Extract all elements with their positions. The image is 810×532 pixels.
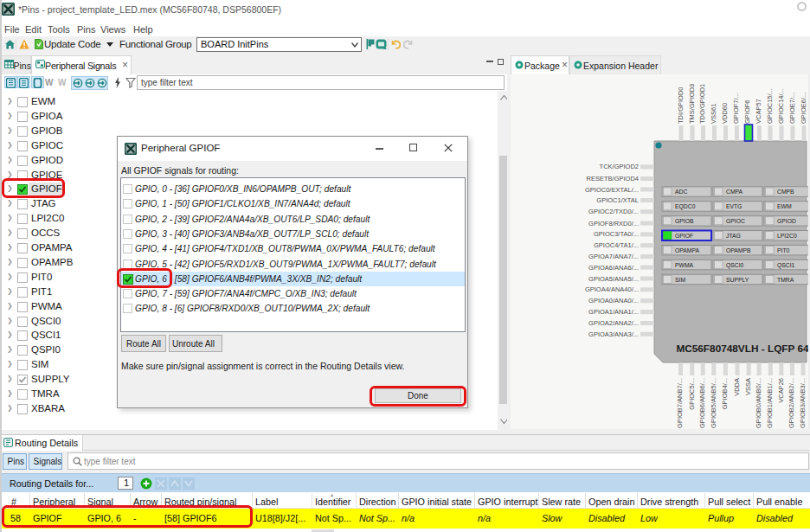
svg-text:GPIOA1/ANA1/...: GPIOA1/ANA1/... <box>588 308 639 316</box>
svg-text:GPIOF6: GPIOF6 <box>743 99 751 124</box>
svg-text:GPIOB: GPIOB <box>675 218 694 224</box>
svg-text:GPIOF: GPIOF <box>675 233 693 239</box>
svg-text:GPIOA2/ANA2/...: GPIOA2/ANA2/... <box>588 319 639 327</box>
svg-text:VCAP26: VCAP26 <box>777 378 785 403</box>
svg-text:GPIOC4/TA1/...: GPIOC4/TA1/... <box>594 241 639 249</box>
svg-text:JTAG: JTAG <box>726 233 741 239</box>
svg-text:PIT0: PIT0 <box>777 247 790 253</box>
svg-text:VDDA: VDDA <box>733 378 741 396</box>
svg-text:VCAP57: VCAP57 <box>755 99 762 124</box>
svg-text:GPIOC3/TA0/...: GPIOC3/TA0/... <box>594 230 639 238</box>
svg-text:EWM: EWM <box>777 203 792 209</box>
svg-text:OPAMPB: OPAMPB <box>726 247 751 253</box>
svg-text:GPIOC2/TXD0/...: GPIOC2/TXD0/... <box>588 208 639 215</box>
svg-text:MC56F80748VLH - LQFP 64: MC56F80748VLH - LQFP 64 <box>676 343 809 355</box>
svg-text:GPIOC15/...: GPIOC15/... <box>766 88 774 124</box>
svg-text:GPIOA0/ANA0/...: GPIOA0/ANA0/... <box>588 297 639 304</box>
svg-text:QSCI0: QSCI0 <box>726 262 744 269</box>
svg-text:GPIOB1/ANB1/...: GPIOB1/ANB1/... <box>766 378 774 428</box>
svg-text:GPIOE7/...: GPIOE7/... <box>788 93 796 124</box>
svg-text:LPI2C0: LPI2C0 <box>777 233 797 239</box>
svg-text:GPIOC14/...: GPIOC14/... <box>777 88 785 124</box>
svg-text:SUPPLY: SUPPLY <box>726 277 749 283</box>
svg-text:GPIOC1/XTAL: GPIOC1/XTAL <box>596 196 639 204</box>
svg-text:EVTG: EVTG <box>726 203 742 209</box>
svg-text:TDI/GPIOD0: TDI/GPIOD0 <box>677 87 685 124</box>
svg-text:VDD60: VDD60 <box>721 103 729 124</box>
svg-text:GPIOA6/ANA6/...: GPIOA6/ANA6/... <box>588 264 639 272</box>
svg-text:GPIOA5/ANA5/...: GPIOA5/ANA5/... <box>588 275 639 283</box>
svg-text:GPIOC5/...: GPIOC5/... <box>688 378 696 410</box>
svg-text:TDO/GPIOD1: TDO/GPIOD1 <box>698 84 706 124</box>
svg-text:RESETB/GPIOD4: RESETB/GPIOD4 <box>587 175 639 183</box>
svg-text:VSS61: VSS61 <box>710 104 717 124</box>
svg-text:CMPA: CMPA <box>726 189 743 195</box>
svg-text:GPIOA4/ANA40/...: GPIOA4/ANA40/... <box>585 285 639 293</box>
svg-text:SIM: SIM <box>675 277 685 283</box>
svg-text:ADC: ADC <box>675 189 687 195</box>
svg-text:GPIOB3/ANB3/...: GPIOB3/ANB3/... <box>799 378 807 428</box>
svg-text:TMRA: TMRA <box>777 277 794 283</box>
svg-text:GPIOB6/ANB6/...: GPIOB6/ANB6/... <box>698 378 706 428</box>
svg-text:GPIOB5/ANB5/...: GPIOB5/ANB5/... <box>710 378 717 428</box>
svg-text:GPIOC0/EXTAL/...: GPIOC0/EXTAL/... <box>585 186 639 194</box>
svg-text:GPIOB7/ANB7/...: GPIOB7/ANB7/... <box>676 378 684 428</box>
svg-text:GPIOA3/ANA3/...: GPIOA3/ANA3/... <box>588 330 639 338</box>
svg-text:GPIOB2/ANB2/...: GPIOB2/ANB2/... <box>788 378 795 428</box>
svg-text:GPIOC: GPIOC <box>726 218 745 224</box>
svg-text:GPIOA7/ANA7/...: GPIOA7/ANA7/... <box>588 253 639 260</box>
svg-text:GPIOE6/...: GPIOE6/... <box>800 93 807 124</box>
svg-text:EQDC0: EQDC0 <box>675 203 696 210</box>
svg-text:GPIOF7/...: GPIOF7/... <box>732 93 740 124</box>
svg-text:QSCI1: QSCI1 <box>777 262 795 269</box>
svg-text:GPIOD: GPIOD <box>777 218 796 224</box>
svg-text:GPIOB4/...: GPIOB4/... <box>721 378 729 409</box>
svg-text:GPIOB0/ANB0/...: GPIOB0/ANB0/... <box>755 378 762 428</box>
svg-text:GPIOF8/RXD0/...: GPIOF8/RXD0/... <box>588 220 639 228</box>
svg-text:TMS/GPIOD3: TMS/GPIOD3 <box>688 84 696 124</box>
svg-text:CMPB: CMPB <box>777 189 794 195</box>
svg-text:VSSA: VSSA <box>744 378 752 395</box>
svg-text:TCK/GPIOD2: TCK/GPIOD2 <box>600 163 639 170</box>
svg-text:OPAMPA: OPAMPA <box>675 247 700 253</box>
svg-text:PWMA: PWMA <box>675 262 694 268</box>
